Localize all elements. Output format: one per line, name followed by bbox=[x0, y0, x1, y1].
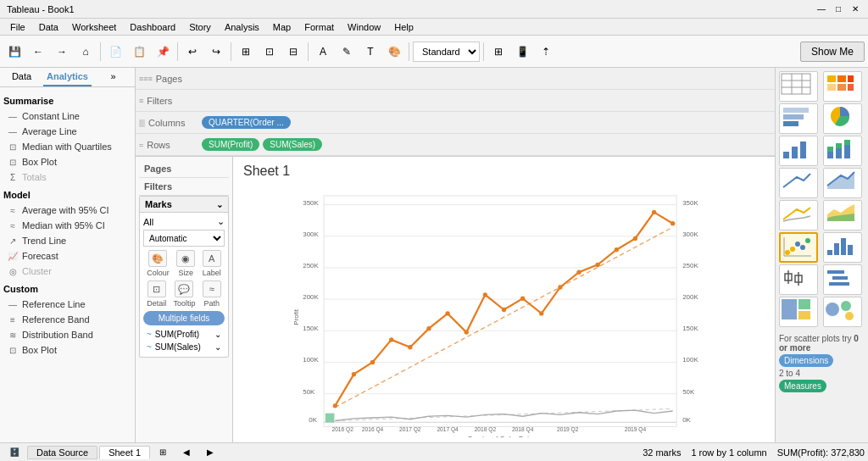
svg-text:Quarter of Order Date: Quarter of Order Date bbox=[467, 435, 533, 437]
marks-tooltip-btn[interactable]: 💬 Tooltip bbox=[173, 280, 195, 308]
all-row: All ⌄ bbox=[143, 216, 225, 227]
tab-data[interactable]: Data bbox=[0, 68, 43, 86]
standard-dropdown[interactable]: Standard bbox=[413, 42, 480, 62]
show-me-highlight-table[interactable] bbox=[779, 103, 818, 134]
tab-sheet1[interactable]: Sheet 1 bbox=[99, 446, 150, 459]
sidebar-item-totals[interactable]: Σ Totals bbox=[3, 169, 131, 185]
toolbar-label[interactable]: A bbox=[312, 41, 334, 63]
toolbar-paste[interactable]: 📌 bbox=[152, 41, 174, 63]
toolbar-home[interactable]: ⌂ bbox=[75, 41, 97, 63]
sidebar-item-average-line[interactable]: — Average Line bbox=[3, 124, 131, 139]
toolbar-save[interactable]: 💾 bbox=[3, 41, 25, 63]
toolbar-highlight[interactable]: ✎ bbox=[336, 41, 358, 63]
menu-dashboard[interactable]: Dashboard bbox=[123, 19, 182, 36]
marks-all-expand[interactable]: ⌄ bbox=[217, 216, 225, 227]
sidebar-item-reference-band[interactable]: ≡ Reference Band bbox=[3, 312, 131, 327]
show-me-dual-lines[interactable] bbox=[779, 200, 818, 230]
sidebar-item-cluster[interactable]: ◎ Cluster bbox=[3, 264, 131, 279]
column-pill[interactable]: QUARTER(Order ... bbox=[202, 116, 291, 129]
show-me-heat-map[interactable] bbox=[823, 71, 862, 102]
menu-map[interactable]: Map bbox=[266, 19, 298, 36]
menu-worksheet[interactable]: Worksheet bbox=[65, 19, 123, 36]
menu-help[interactable]: Help bbox=[387, 19, 420, 36]
menu-story[interactable]: Story bbox=[182, 19, 218, 36]
tab-data-source[interactable]: Data Source bbox=[27, 446, 97, 459]
sidebar-item-forecast[interactable]: 📈 Forecast bbox=[3, 248, 131, 264]
toolbar-share[interactable]: ⇡ bbox=[535, 41, 557, 63]
show-me-histogram[interactable] bbox=[823, 232, 862, 263]
row-pill-profit[interactable]: SUM(Profit) bbox=[202, 138, 259, 151]
marks-icons-row1: 🎨 Colour ◉ Size A Label bbox=[143, 250, 225, 277]
tab-analytics[interactable]: Analytics bbox=[43, 68, 92, 86]
toolbar-redo[interactable]: ↪ bbox=[205, 41, 227, 63]
toolbar-fix[interactable]: ⊞ bbox=[487, 41, 509, 63]
sidebar-item-box-plot-custom[interactable]: ⊡ Box Plot bbox=[3, 342, 131, 358]
next-sheet-btn[interactable]: ▶ bbox=[199, 442, 221, 462]
toolbar-group[interactable]: ⊟ bbox=[282, 41, 304, 63]
row-pill-sales[interactable]: SUM(Sales) bbox=[263, 138, 322, 151]
svg-rect-73 bbox=[792, 147, 798, 158]
marks-type-dropdown[interactable]: Automatic bbox=[143, 230, 225, 247]
sidebar-expand-btn[interactable]: » bbox=[92, 68, 135, 86]
marks-chevron[interactable]: ⌄ bbox=[216, 200, 223, 209]
toolbar-device[interactable]: 📱 bbox=[511, 41, 533, 63]
close-button[interactable]: ✕ bbox=[849, 3, 861, 15]
svg-point-35 bbox=[502, 308, 506, 312]
show-me-line-chart[interactable] bbox=[779, 168, 818, 198]
menu-file[interactable]: File bbox=[3, 19, 32, 36]
multiple-fields-btn[interactable]: Multiple fields bbox=[143, 311, 225, 325]
marks-colour-btn[interactable]: 🎨 Colour bbox=[147, 250, 170, 277]
toolbar-new[interactable]: 📄 bbox=[104, 41, 126, 63]
svg-point-40 bbox=[596, 263, 600, 267]
app-title: Tableau - Book1 bbox=[7, 4, 75, 14]
toolbar-sort[interactable]: ⊞ bbox=[235, 41, 257, 63]
show-me-box-whisker[interactable] bbox=[779, 264, 818, 295]
sidebar-item-trend-line[interactable]: ↗ Trend Line bbox=[3, 233, 131, 248]
measure-sum-sales[interactable]: ~ SUM(Sales) ⌄ bbox=[143, 341, 225, 353]
toolbar-forward[interactable]: → bbox=[51, 41, 73, 63]
show-me-bar-chart[interactable] bbox=[779, 136, 818, 166]
show-me-pie-chart[interactable] bbox=[823, 103, 862, 134]
show-me-hint: For scatter plots try 0 or more Dimensio… bbox=[779, 330, 865, 397]
marks-detail-btn[interactable]: ⊡ Detail bbox=[147, 280, 166, 308]
svg-rect-69 bbox=[783, 114, 804, 119]
show-me-circle-views[interactable] bbox=[823, 297, 862, 327]
box-plot-sum-icon: ⊡ bbox=[7, 156, 19, 168]
menu-data[interactable]: Data bbox=[32, 19, 65, 36]
sidebar-item-distribution-band[interactable]: ≋ Distribution Band bbox=[3, 327, 131, 342]
sidebar-item-reference-line[interactable]: — Reference Line bbox=[3, 297, 131, 312]
show-me-gantt[interactable] bbox=[823, 264, 862, 295]
sidebar-item-median-95ci[interactable]: ≈ Median with 95% CI bbox=[3, 218, 131, 233]
marks-size-btn[interactable]: ◉ Size bbox=[176, 250, 195, 277]
show-me-treemap[interactable] bbox=[779, 297, 818, 327]
show-me-button[interactable]: Show Me bbox=[800, 42, 865, 62]
menu-window[interactable]: Window bbox=[341, 19, 387, 36]
statusbar-db-icon[interactable]: 🗄️ bbox=[3, 442, 25, 462]
show-me-text-table[interactable] bbox=[779, 71, 818, 102]
add-sheet-btn[interactable]: ⊞ bbox=[152, 442, 174, 462]
svg-text:2019 Q4: 2019 Q4 bbox=[625, 426, 647, 433]
toolbar-filter[interactable]: ⊡ bbox=[259, 41, 281, 63]
toolbar-font[interactable]: T bbox=[359, 41, 381, 63]
menu-format[interactable]: Format bbox=[298, 19, 341, 36]
marks-path-btn[interactable]: ≈ Path bbox=[203, 280, 221, 308]
show-me-stacked-bar[interactable] bbox=[823, 136, 862, 166]
minimize-button[interactable]: — bbox=[815, 3, 827, 15]
sidebar-item-box-plot-sum[interactable]: ⊡ Box Plot bbox=[3, 154, 131, 169]
prev-sheet-btn[interactable]: ◀ bbox=[175, 442, 198, 462]
sidebar-item-constant-line[interactable]: — Constant Line bbox=[3, 108, 131, 124]
sidebar-item-median-quartiles[interactable]: ⊡ Median with Quartiles bbox=[3, 139, 131, 154]
show-me-area-chart[interactable] bbox=[823, 168, 862, 198]
toolbar-back[interactable]: ← bbox=[27, 41, 49, 63]
toolbar-color[interactable]: 🎨 bbox=[383, 41, 405, 63]
toolbar-copy[interactable]: 📋 bbox=[128, 41, 150, 63]
measure-sum-profit[interactable]: ~ SUM(Profit) ⌄ bbox=[143, 328, 225, 341]
marks-label-btn[interactable]: A Label bbox=[203, 250, 221, 277]
show-me-area-charts[interactable] bbox=[823, 200, 862, 230]
sidebar-item-avg-95ci[interactable]: ≈ Average with 95% CI bbox=[3, 203, 131, 218]
menu-analysis[interactable]: Analysis bbox=[218, 19, 266, 36]
svg-text:2016 Q4: 2016 Q4 bbox=[362, 426, 384, 433]
maximize-button[interactable]: □ bbox=[832, 3, 844, 15]
show-me-scatter-plot[interactable] bbox=[779, 232, 818, 263]
toolbar-undo[interactable]: ↩ bbox=[181, 41, 203, 63]
